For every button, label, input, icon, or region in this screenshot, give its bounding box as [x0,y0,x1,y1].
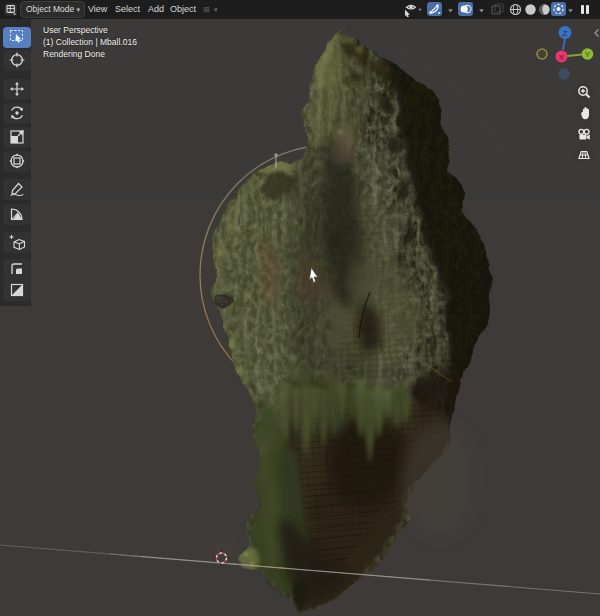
svg-text:Y: Y [585,50,591,59]
svg-text:X: X [559,53,565,62]
svg-text:Z: Z [563,29,568,38]
